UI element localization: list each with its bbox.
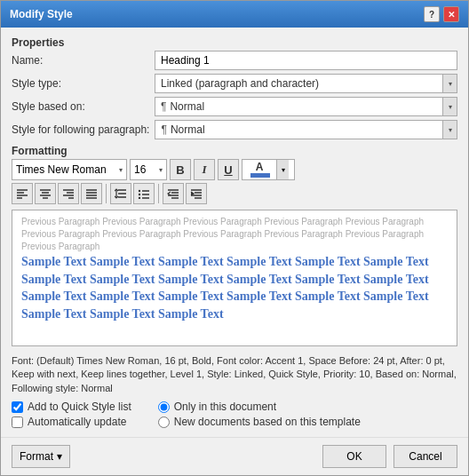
bottom-bar: Format ▾ OK Cancel <box>1 437 468 475</box>
font-dropdown-arrow: ▾ <box>119 166 123 174</box>
auto-update-label: Automatically update <box>28 416 126 428</box>
underline-button[interactable]: U <box>218 159 239 180</box>
only-this-doc-radio[interactable] <box>158 401 170 413</box>
line-spacing-button[interactable] <box>110 183 131 204</box>
formatting-label: Formatting <box>12 145 457 157</box>
format-button[interactable]: Format ▾ <box>12 445 70 468</box>
font-dropdown[interactable]: Times New Roman ▾ <box>12 159 127 180</box>
new-docs-label: New documents based on this template <box>174 416 361 428</box>
font-size: 16 <box>134 163 146 176</box>
align-right-button[interactable] <box>58 183 79 204</box>
preview-inner: Previous Paragraph Previous Paragraph Pr… <box>12 210 457 328</box>
cancel-button[interactable]: Cancel <box>393 445 457 468</box>
align-left-button[interactable] <box>12 183 33 204</box>
style-type-value: Linked (paragraph and character) <box>161 77 451 90</box>
color-swatch <box>250 173 270 178</box>
auto-update-checkbox[interactable] <box>12 416 23 428</box>
color-letter: A <box>256 162 264 172</box>
style-based-arrow: ▾ <box>442 98 457 115</box>
help-button[interactable]: ? <box>424 6 440 22</box>
only-this-doc-label: Only in this document <box>174 401 276 413</box>
style-following-icon: ¶ <box>161 123 166 136</box>
dialog-title: Modify Style <box>10 8 73 20</box>
ok-cancel-group: OK Cancel <box>322 445 457 468</box>
style-following-value: Normal <box>171 123 451 136</box>
formatting-section: Formatting Times New Roman ▾ 16 ▾ B I U … <box>12 145 457 204</box>
options-right: Only in this document New documents base… <box>158 401 361 428</box>
bold-button[interactable]: B <box>170 159 191 180</box>
format-arrow: ▾ <box>57 450 62 463</box>
style-following-arrow: ▾ <box>442 121 457 139</box>
ok-button[interactable]: OK <box>322 445 386 468</box>
quick-style-checkbox[interactable] <box>12 401 23 413</box>
options-left: Add to Quick Style list Automatically up… <box>12 401 131 428</box>
decrease-indent-button[interactable] <box>163 183 184 204</box>
svg-point-20 <box>139 194 140 195</box>
auto-update-row: Automatically update <box>12 416 131 428</box>
align-row <box>12 183 457 204</box>
new-docs-row: New documents based on this template <box>158 416 361 428</box>
style-following-dropdown[interactable]: ¶ Normal ▾ <box>155 120 457 139</box>
new-docs-radio[interactable] <box>158 416 170 428</box>
style-following-row: Style for following paragraph: ¶ Normal … <box>12 120 457 139</box>
style-based-value: Normal <box>170 100 451 113</box>
style-type-row: Style type: Linked (paragraph and charac… <box>12 74 457 93</box>
style-following-label: Style for following paragraph: <box>12 123 149 136</box>
toolbar-separator-1 <box>106 184 107 203</box>
style-based-label: Style based on: <box>12 100 149 113</box>
toolbar-row-1: Times New Roman ▾ 16 ▾ B I U A ▾ <box>12 159 457 180</box>
style-type-dropdown[interactable]: Linked (paragraph and character) ▾ <box>155 74 457 93</box>
properties-grid: Name: Style type: Linked (paragraph and … <box>12 51 457 139</box>
increase-indent-button[interactable] <box>186 183 207 204</box>
dialog-body: Properties Name: Style type: Linked (par… <box>1 28 468 437</box>
font-name: Times New Roman <box>16 163 107 176</box>
options-row: Add to Quick Style list Automatically up… <box>12 401 457 428</box>
title-bar: Modify Style ? ✕ <box>1 1 468 28</box>
align-center-button[interactable] <box>35 183 56 204</box>
quick-style-label: Add to Quick Style list <box>28 401 131 413</box>
svg-point-19 <box>139 190 140 192</box>
toolbar-separator-2 <box>158 184 159 203</box>
size-dropdown-arrow: ▾ <box>159 166 163 174</box>
name-row: Name: <box>12 51 457 70</box>
name-label: Name: <box>12 54 149 67</box>
style-based-icon: ¶ <box>161 100 166 113</box>
font-info: Font: (Default) Times New Roman, 16 pt, … <box>12 354 457 395</box>
color-dropdown-arrow: ▾ <box>276 160 289 179</box>
list-button[interactable] <box>133 183 155 204</box>
italic-button[interactable]: I <box>194 159 215 180</box>
name-input[interactable] <box>155 51 457 70</box>
preview-sample-text: Sample Text Sample Text Sample Text Samp… <box>21 253 448 322</box>
preview-previous-text: Previous Paragraph Previous Paragraph Pr… <box>21 216 448 253</box>
properties-label: Properties <box>12 36 457 49</box>
font-color-button[interactable]: A ▾ <box>242 159 295 180</box>
svg-point-21 <box>139 197 140 199</box>
style-based-row: Style based on: ¶ Normal ▾ <box>12 97 457 116</box>
size-dropdown[interactable]: 16 ▾ <box>130 159 167 180</box>
quick-style-row: Add to Quick Style list <box>12 401 131 413</box>
justify-button[interactable] <box>81 183 102 204</box>
preview-area: Previous Paragraph Previous Paragraph Pr… <box>12 210 457 346</box>
style-type-label: Style type: <box>12 77 149 90</box>
style-based-dropdown[interactable]: ¶ Normal ▾ <box>155 97 457 116</box>
properties-section: Properties Name: Style type: Linked (par… <box>12 36 457 139</box>
close-button[interactable]: ✕ <box>443 6 459 22</box>
modify-style-dialog: Modify Style ? ✕ Properties Name: Style … <box>0 0 469 476</box>
style-type-arrow: ▾ <box>442 75 457 92</box>
only-this-doc-row: Only in this document <box>158 401 361 413</box>
format-label: Format <box>20 450 53 463</box>
title-bar-buttons: ? ✕ <box>424 6 459 22</box>
